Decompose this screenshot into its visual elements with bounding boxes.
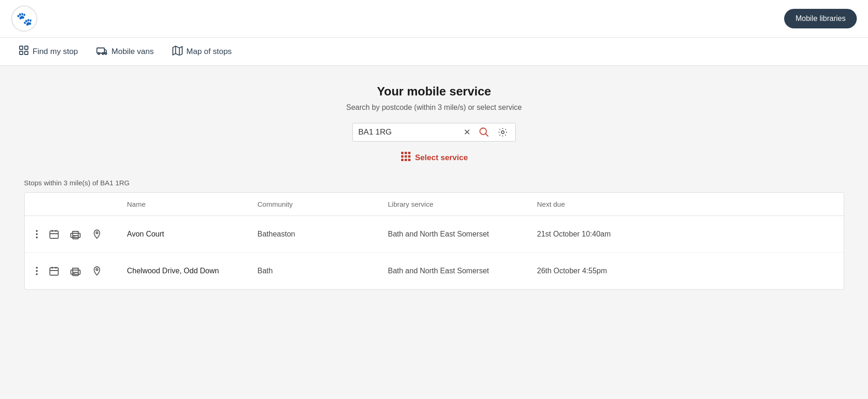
nav-find-my-stop[interactable]: Find my stop	[19, 45, 78, 58]
grid-icon	[19, 45, 29, 58]
row-actions	[34, 264, 127, 278]
stop-name: Chelwood Drive, Odd Down	[127, 267, 258, 275]
svg-point-7	[105, 53, 107, 54]
select-service-button[interactable]: Select service	[400, 151, 468, 165]
nav-map-of-stops[interactable]: Map of stops	[172, 45, 232, 58]
svg-point-10	[480, 128, 486, 135]
stop-next-due: 26th October 4:55pm	[537, 267, 668, 275]
stop-library-service: Bath and North East Somerset	[388, 267, 537, 275]
nav-find-my-stop-label: Find my stop	[33, 47, 78, 56]
select-service-label: Select service	[415, 153, 468, 162]
app-header: 🐾 Mobile libraries	[0, 0, 868, 38]
svg-rect-14	[404, 152, 407, 154]
svg-rect-18	[408, 156, 410, 158]
table-header: Name Community Library service Next due	[25, 193, 844, 216]
svg-rect-20	[404, 159, 407, 161]
svg-rect-19	[401, 159, 403, 161]
search-button[interactable]	[477, 126, 491, 138]
nav-map-of-stops-label: Map of stops	[186, 47, 232, 56]
results-section: Stops within 3 mile(s) of BA1 1RG Name C…	[15, 179, 854, 290]
results-label: Stops within 3 mile(s) of BA1 1RG	[24, 179, 844, 187]
svg-line-11	[486, 134, 489, 137]
svg-rect-17	[404, 156, 407, 158]
stop-next-due: 21st October 10:40am	[537, 230, 668, 238]
col-next-due: Next due	[537, 200, 668, 208]
more-dots-icon	[36, 230, 38, 238]
stop-name: Avon Court	[127, 230, 258, 238]
svg-rect-0	[20, 46, 23, 49]
service-grid-icon	[400, 151, 411, 165]
page-title: Your mobile service	[377, 84, 491, 99]
col-community: Community	[258, 200, 388, 208]
svg-rect-15	[408, 152, 410, 154]
calendar-button[interactable]	[47, 264, 61, 278]
location-button[interactable]	[90, 227, 104, 241]
mobile-libraries-button[interactable]: Mobile libraries	[784, 9, 857, 28]
more-dots-icon	[36, 267, 38, 275]
svg-point-37	[96, 269, 98, 271]
col-name: Name	[127, 200, 258, 208]
stop-library-service: Bath and North East Somerset	[388, 230, 537, 238]
svg-rect-1	[25, 46, 28, 49]
more-options-button[interactable]	[34, 265, 40, 277]
svg-rect-3	[25, 51, 28, 54]
row-actions	[34, 227, 127, 241]
svg-point-12	[501, 131, 504, 134]
logo: 🐾	[11, 6, 37, 32]
nav-mobile-vans-label: Mobile vans	[111, 47, 154, 56]
settings-button[interactable]	[496, 126, 510, 138]
main-content: Your mobile service Search by postcode (…	[0, 66, 868, 299]
table-row: Avon Court Batheaston Bath and North Eas…	[25, 216, 844, 253]
svg-rect-13	[401, 152, 403, 154]
print-button[interactable]	[68, 227, 82, 241]
svg-rect-22	[50, 231, 58, 238]
svg-point-5	[98, 53, 100, 54]
print-button[interactable]	[68, 264, 82, 278]
more-options-button[interactable]	[34, 228, 40, 240]
location-button[interactable]	[90, 264, 104, 278]
svg-rect-21	[408, 159, 410, 161]
svg-rect-16	[401, 156, 403, 158]
map-icon	[172, 45, 183, 58]
search-input[interactable]	[358, 128, 457, 137]
van-icon	[96, 45, 108, 58]
col-library-service: Library service	[388, 200, 537, 208]
table-row: Chelwood Drive, Odd Down Bath Bath and N…	[25, 253, 844, 289]
clear-search-button[interactable]: ✕	[462, 126, 472, 138]
main-nav: Find my stop Mobile vans Map of stops	[0, 38, 868, 66]
svg-rect-2	[20, 51, 23, 54]
nav-mobile-vans[interactable]: Mobile vans	[96, 45, 154, 58]
page-subtitle: Search by postcode (within 3 mile/s) or …	[346, 103, 522, 112]
paw-icon: 🐾	[16, 11, 33, 27]
stop-community: Batheaston	[258, 230, 388, 238]
stops-table: Name Community Library service Next due	[24, 192, 844, 290]
col-actions	[34, 200, 127, 208]
svg-point-29	[96, 232, 98, 234]
svg-rect-30	[50, 268, 58, 275]
svg-point-6	[102, 53, 104, 54]
stop-community: Bath	[258, 267, 388, 275]
search-bar: ✕	[352, 123, 516, 142]
calendar-button[interactable]	[47, 227, 61, 241]
